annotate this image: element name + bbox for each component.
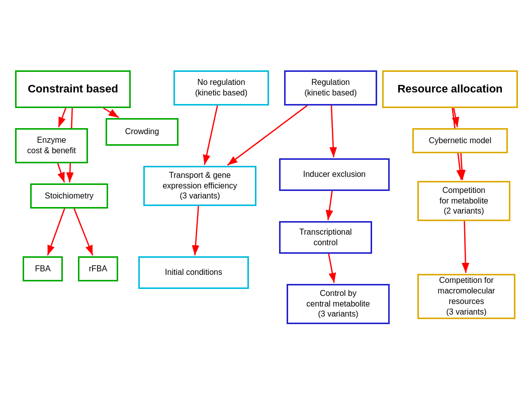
regulation: Regulation(kinetic based)	[284, 70, 377, 106]
svg-line-13	[454, 108, 457, 127]
transport-gene: Transport & geneexpression efficiency(3 …	[143, 166, 256, 206]
inducer-exclusion: Inducer exclusion	[279, 158, 390, 191]
transcriptional-control: Transcriptionalcontrol	[279, 221, 372, 254]
svg-line-6	[74, 209, 93, 255]
rfba: rFBA	[78, 256, 118, 281]
resource-allocation: Resource allocation	[382, 70, 518, 108]
fba: FBA	[23, 256, 63, 281]
svg-line-8	[195, 206, 198, 255]
cybernetic-model: Cybernetic model	[412, 128, 508, 153]
crowding: Crowding	[106, 118, 179, 146]
enzyme-cost: Enzymecost & benefit	[15, 128, 88, 163]
constraint-based: Constraint based	[15, 70, 131, 108]
competition-macro: Competition formacromolecularresources(3…	[417, 274, 515, 319]
no-regulation: No regulation(kinetic based)	[173, 70, 269, 106]
svg-line-15	[461, 153, 463, 180]
svg-line-9	[331, 106, 333, 157]
diagram: Constraint basedEnzymecost & benefitCrow…	[0, 0, 532, 399]
svg-line-5	[48, 209, 65, 255]
svg-line-1	[58, 108, 65, 127]
initial-conditions: Initial conditions	[138, 256, 249, 289]
control-central: Control bycentral metabolite(3 variants)	[287, 284, 390, 324]
svg-line-16	[465, 221, 466, 273]
competition-metabolite: Competitionfor metabolite(2 variants)	[417, 181, 510, 221]
svg-line-10	[227, 106, 307, 165]
svg-line-12	[329, 254, 334, 283]
svg-line-4	[58, 163, 64, 182]
stoichiometry: Stoichiometry	[30, 183, 108, 209]
svg-line-2	[104, 108, 119, 118]
svg-line-11	[328, 191, 332, 220]
svg-line-7	[205, 106, 218, 165]
